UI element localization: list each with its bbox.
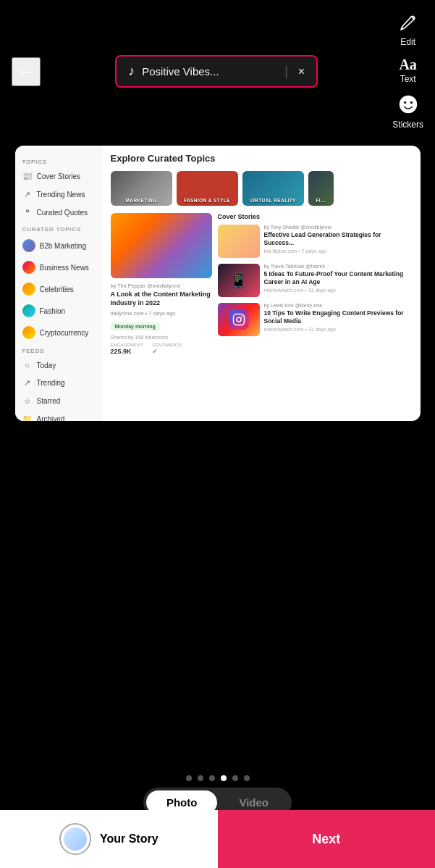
article-text-1: by Tony Shields @crediblynne Effective L…	[264, 225, 412, 254]
cover-stories-icon: 📰	[22, 172, 33, 181]
main-content: TOPICS 📰 Cover Stories ↗ Trending News ❝…	[0, 138, 435, 733]
next-button[interactable]: Next	[218, 810, 436, 868]
page-dots	[0, 775, 435, 781]
article-thumb-1	[218, 225, 260, 258]
archived-icon: 📁	[22, 414, 33, 421]
fi-label: Fi...	[308, 198, 334, 203]
article-meta-3: marketwatch.com • 31 days ago	[264, 327, 412, 332]
sidebar-feeds-label: FEEDS	[15, 343, 102, 356]
article-text-3: by Lewis Kirk @klerly-nne 10 Tips To Wri…	[264, 303, 412, 332]
music-note-icon: ♪	[128, 64, 135, 79]
sidebar-item-trending-news[interactable]: ↗ Trending News	[15, 185, 102, 204]
vr-label: VIRTUAL REALITY	[242, 198, 304, 203]
explore-main: Explore Curated Topics MARKETING FASHION…	[102, 146, 421, 421]
topic-card-vr[interactable]: VIRTUAL REALITY	[242, 171, 304, 206]
stickers-icon	[398, 94, 418, 117]
cover-stories-label: Cover Stories	[37, 172, 81, 180]
celebrities-label: Celebrities	[40, 285, 74, 293]
sidebar-item-b2b[interactable]: B2b Marketing	[15, 235, 102, 256]
articles-column: Cover Stories by Tony Shields @crediblyn…	[218, 213, 412, 355]
music-divider: |	[284, 64, 288, 79]
stickers-tool[interactable]: Stickers	[392, 94, 423, 130]
svg-point-4	[237, 317, 241, 322]
topic-card-fashion[interactable]: FASHION & STYLE	[177, 171, 238, 206]
business-label: Business News	[40, 264, 89, 272]
crypto-label: Cryptocurrency	[40, 329, 89, 337]
sidebar-item-curated-quotes[interactable]: ❝ Curated Quotes	[15, 204, 102, 222]
article-thumb-3	[218, 303, 260, 336]
explore-panel: TOPICS 📰 Cover Stories ↗ Trending News ❝…	[15, 146, 421, 421]
featured-source: by Tim Pepper @mediatynne	[111, 283, 212, 289]
music-title: Positive Vibes...	[142, 65, 274, 78]
article-item-2[interactable]: 📱 by Travis Tabrizak @trainrk 5 Ideas To…	[218, 264, 412, 297]
engagement-value: 225.9K	[111, 348, 144, 355]
music-pill[interactable]: ♪ Positive Vibes... | ×	[115, 55, 318, 88]
sidebar-item-trending[interactable]: ↗ Trending	[15, 374, 102, 392]
phone-icon: 📱	[229, 272, 248, 289]
fashion-label: FASHION & STYLE	[177, 198, 238, 203]
back-button[interactable]: ←	[12, 57, 41, 86]
article-thumb-2: 📱	[218, 264, 260, 297]
starred-icon: ☆	[22, 396, 33, 406]
svg-point-5	[241, 316, 242, 317]
article-title-1: Effective Lead Generation Strategies for…	[264, 231, 412, 247]
story-avatar	[62, 826, 88, 852]
today-icon: ○	[22, 361, 33, 370]
sidebar-item-crypto[interactable]: Cryptocurrency	[15, 322, 102, 343]
text-icon: Aa	[399, 57, 416, 72]
next-label: Next	[312, 832, 340, 847]
sidebar-item-fashion[interactable]: Fashion	[15, 300, 102, 322]
sidebar-item-archived[interactable]: 📁 Archived	[15, 410, 102, 421]
curated-quotes-label: Curated Quotes	[37, 209, 88, 217]
dot-5	[232, 775, 238, 781]
sidebar: TOPICS 📰 Cover Stories ↗ Trending News ❝…	[15, 146, 102, 421]
sidebar-item-celebrities[interactable]: Celebrities	[15, 278, 102, 300]
featured-stats: ENGAGEMENT 225.9K SENTIMENTS ✓	[111, 343, 212, 355]
trending-icon: ↗	[22, 378, 33, 388]
article-meta-2: marketwatch.com • 31 days ago	[264, 288, 412, 293]
content-grid: by Tim Pepper @mediatynne A Look at the …	[111, 213, 412, 355]
sentiments-label: SENTIMENTS	[152, 343, 182, 347]
fashion-label: Fashion	[40, 307, 66, 315]
edit-tool[interactable]: Edit	[399, 13, 418, 47]
your-story-button[interactable]: Your Story	[0, 810, 218, 868]
trending-news-label: Trending News	[37, 191, 85, 199]
topic-cards-row: MARKETING FASHION & STYLE VIRTUAL REALIT…	[111, 171, 412, 206]
article-source-3: by Lewis Kirk @klerly-nne	[264, 303, 412, 308]
sidebar-item-today[interactable]: ○ Today	[15, 356, 102, 374]
header: ← ♪ Positive Vibes... | × Edit Aa Text	[0, 0, 435, 138]
topic-card-marketing[interactable]: MARKETING	[111, 171, 172, 206]
dot-6	[244, 775, 250, 781]
dot-3	[209, 775, 215, 781]
business-avatar	[22, 261, 35, 274]
featured-article: by Tim Pepper @mediatynne A Look at the …	[111, 213, 212, 355]
text-label: Text	[400, 74, 416, 84]
topic-card-fi[interactable]: Fi...	[308, 171, 334, 206]
engagement-stat: ENGAGEMENT 225.9K	[111, 343, 144, 355]
archived-label: Archived	[37, 415, 65, 421]
fashion-avatar	[22, 304, 35, 317]
article-source-1: by Tony Shields @crediblynne	[264, 225, 412, 230]
your-story-label: Your Story	[100, 832, 159, 846]
trending-label: Trending	[37, 379, 65, 387]
bottom-bar: Your Story Next	[0, 810, 435, 868]
sidebar-item-cover-stories[interactable]: 📰 Cover Stories	[15, 167, 102, 185]
sidebar-topics-label: TOPICS	[15, 154, 102, 167]
sidebar-item-starred[interactable]: ☆ Starred	[15, 392, 102, 410]
featured-tag: Monday morning	[111, 322, 160, 330]
article-item-3[interactable]: by Lewis Kirk @klerly-nne 10 Tips To Wri…	[218, 303, 412, 336]
story-avatar-ring	[59, 823, 91, 855]
svg-rect-3	[233, 314, 244, 325]
article-item-1[interactable]: by Tony Shields @crediblynne Effective L…	[218, 225, 412, 258]
sidebar-item-business[interactable]: Business News	[15, 256, 102, 278]
music-close-icon[interactable]: ×	[298, 65, 305, 78]
featured-shared: Shared by 168 infuencers	[111, 335, 212, 340]
engagement-label: ENGAGEMENT	[111, 343, 144, 347]
text-tool[interactable]: Aa Text	[399, 57, 416, 84]
starred-label: Starred	[37, 397, 61, 405]
featured-image	[111, 213, 212, 278]
featured-url: dailynme.com • 7 days ago	[111, 310, 212, 317]
featured-title: A Look at the Content Marketing Industry…	[111, 291, 212, 307]
cover-stories-header: Cover Stories	[218, 213, 412, 220]
stickers-label: Stickers	[392, 120, 423, 130]
